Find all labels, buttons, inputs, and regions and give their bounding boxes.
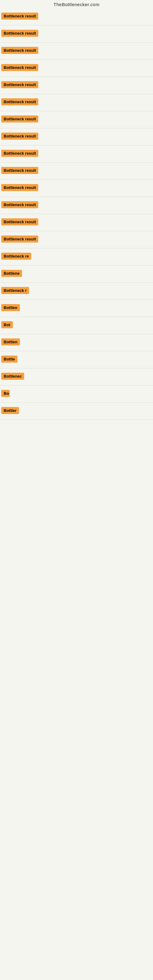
bottleneck-badge[interactable]: Bottleneck result: [1, 13, 38, 20]
bottleneck-badge[interactable]: Bottleneck result: [1, 64, 38, 71]
result-row: Bottleneck result: [0, 162, 153, 180]
bottleneck-badge[interactable]: Bottleneck result: [1, 81, 38, 88]
bottleneck-badge[interactable]: Bottleneck result: [1, 133, 38, 140]
bottleneck-badge[interactable]: Bottleneck result: [1, 184, 38, 191]
bottleneck-badge[interactable]: Bottleneck re: [1, 253, 31, 260]
result-row: Bottleneck re: [0, 248, 153, 266]
result-row: Bottleneck result: [0, 94, 153, 111]
bottleneck-badge[interactable]: Bottleneck result: [1, 30, 38, 37]
bottleneck-badge[interactable]: Bottleneck result: [1, 98, 38, 105]
bottleneck-badge[interactable]: Bottler: [1, 407, 19, 414]
bottleneck-badge[interactable]: Bottlene: [1, 270, 22, 277]
result-row: Bottle: [0, 351, 153, 368]
site-title: TheBottlenecker.com: [54, 2, 99, 7]
site-header: TheBottlenecker.com: [0, 0, 153, 8]
bottleneck-badge[interactable]: Bottlen: [1, 304, 20, 311]
bottleneck-badge[interactable]: Bottlenec: [1, 373, 24, 380]
result-row: Bottlen: [0, 334, 153, 351]
result-row: Bottleneck result: [0, 25, 153, 43]
result-row: Bo: [0, 385, 153, 403]
bottleneck-badge[interactable]: Bo: [1, 390, 10, 397]
bottleneck-badge[interactable]: Bottleneck result: [1, 115, 38, 123]
result-row: Bottleneck result: [0, 231, 153, 248]
result-row: Bottleneck result: [0, 8, 153, 25]
page-wrapper: TheBottlenecker.com Bottleneck resultBot…: [0, 0, 153, 980]
result-row: Bottleneck result: [0, 214, 153, 231]
bottleneck-badge[interactable]: Bottleneck result: [1, 150, 38, 157]
result-row: Bottlenec: [0, 368, 153, 385]
result-row: Bottlene: [0, 266, 153, 283]
result-row: Bottleneck r: [0, 283, 153, 300]
result-row: Bottler: [0, 403, 153, 420]
bottleneck-badge[interactable]: Bottleneck result: [1, 167, 38, 174]
result-row: Bot: [0, 317, 153, 334]
bottleneck-badge[interactable]: Bottlen: [1, 339, 20, 345]
result-row: Bottleneck result: [0, 43, 153, 60]
result-row: Bottleneck result: [0, 111, 153, 128]
bottleneck-badge[interactable]: Bot: [1, 321, 13, 328]
result-row: Bottleneck result: [0, 77, 153, 94]
bottleneck-badge[interactable]: Bottle: [1, 356, 18, 363]
bottleneck-badge[interactable]: Bottleneck result: [1, 218, 38, 225]
result-row: Bottlen: [0, 300, 153, 317]
result-row: Bottleneck result: [0, 180, 153, 197]
bottleneck-badge[interactable]: Bottleneck result: [1, 235, 38, 243]
bottleneck-badge[interactable]: Bottleneck r: [1, 287, 29, 294]
result-row: Bottleneck result: [0, 197, 153, 214]
result-row: Bottleneck result: [0, 145, 153, 162]
result-row: Bottleneck result: [0, 60, 153, 77]
result-row: Bottleneck result: [0, 128, 153, 145]
rows-container: Bottleneck resultBottleneck resultBottle…: [0, 8, 153, 420]
bottleneck-badge[interactable]: Bottleneck result: [1, 201, 38, 208]
bottleneck-badge[interactable]: Bottleneck result: [1, 47, 38, 54]
